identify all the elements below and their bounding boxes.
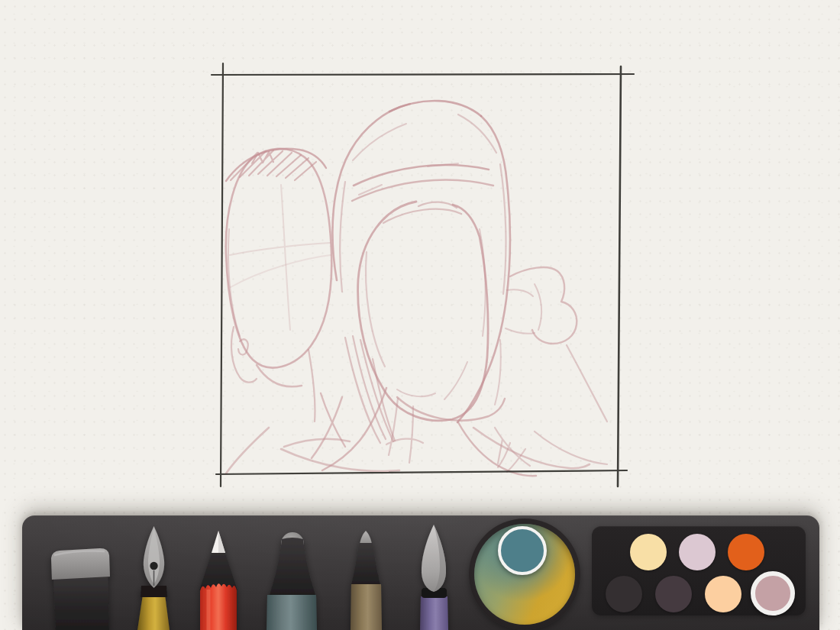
- marker-tool[interactable]: [267, 532, 317, 630]
- ink-pen-tip: [360, 531, 372, 544]
- palette-swatch-pale-pink[interactable]: [679, 534, 716, 570]
- brush-handle: [420, 596, 448, 630]
- ink-pen-barrel: [351, 584, 382, 630]
- palette-swatch-orange[interactable]: [728, 534, 764, 570]
- ink-pen-tool[interactable]: [351, 531, 382, 630]
- nib-breather-hole: [150, 562, 157, 570]
- marker-barrel: [267, 595, 317, 630]
- palette-swatch-plum[interactable]: [655, 576, 692, 612]
- pencil-tip-shade: [218, 531, 225, 553]
- marker-cone: [270, 538, 315, 595]
- palette-swatch-rose-selected[interactable]: [751, 571, 795, 615]
- fountain-pen-barrel: [137, 595, 170, 630]
- palette-swatch-charcoal[interactable]: [606, 576, 642, 612]
- palette-swatch-peach[interactable]: [705, 576, 741, 612]
- palette-swatch-cream[interactable]: [630, 534, 667, 570]
- brush-tool[interactable]: [420, 525, 448, 630]
- color-palette: [592, 526, 806, 615]
- eraser-body: [53, 573, 109, 630]
- eraser-tool[interactable]: [51, 548, 110, 630]
- ink-pen-cone: [351, 543, 380, 585]
- tool-tray: [22, 515, 819, 630]
- color-mixer-well[interactable]: [469, 519, 580, 630]
- pencil-tool[interactable]: [199, 531, 237, 630]
- app-window: [0, 0, 840, 630]
- pencil-barrel: [200, 583, 237, 630]
- eraser-tip: [51, 548, 110, 580]
- fountain-pen-tool[interactable]: [137, 526, 170, 630]
- current-color-indicator[interactable]: [498, 526, 547, 575]
